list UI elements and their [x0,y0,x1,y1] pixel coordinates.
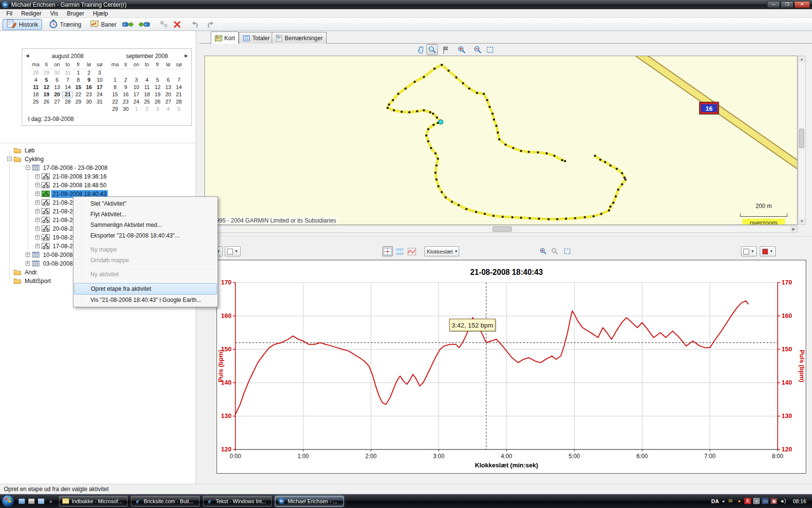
scrollbar-thumb[interactable] [493,226,512,232]
menu-hjaelp[interactable]: Hjælp [88,9,112,18]
tab-bemaerkninger[interactable]: Bemærkninger [272,32,327,44]
calendar-day[interactable]: 1 [110,76,120,84]
calendar-day[interactable]: 30 [52,69,62,76]
crosshair-mode-button[interactable] [382,246,393,256]
calendar-day[interactable]: 21 [62,91,73,98]
menu-rediger[interactable]: Rediger [17,9,46,18]
calendar-day[interactable]: 3 [131,76,142,84]
calendar-day[interactable]: 12 [152,84,163,91]
calendar-day[interactable]: 14 [62,84,73,91]
menu-fil[interactable]: Fil [2,9,17,18]
tree-expander-plus[interactable]: + [26,261,30,266]
taskbar-button[interactable]: tcMichael Erichsen - ... [275,496,344,507]
calendar-day[interactable]: 21 [174,91,184,98]
fit-view-button[interactable] [484,44,496,55]
map-zoom-out-button[interactable] [472,44,483,55]
calendar-day[interactable]: 11 [30,84,41,91]
calendar-day[interactable]: 10 [94,76,105,84]
calendar-day[interactable]: 7 [174,76,184,84]
calendar-day[interactable]: 26 [152,98,163,105]
calendar-day[interactable]: 24 [131,98,142,105]
calendar-day[interactable]: 1 [131,105,142,113]
pan-hand-button[interactable] [416,44,427,55]
traening-button[interactable]: Træning [45,19,85,30]
calendar-day[interactable]: 7 [62,76,73,84]
scroll-up-arrow[interactable]: ▲ [798,56,805,62]
calendar-day[interactable]: 28 [174,98,184,105]
calendar-day[interactable]: 2 [84,69,94,76]
calendar-day[interactable]: 17 [94,84,105,91]
quick-launch-icon[interactable] [18,498,25,504]
scroll-right-arrow[interactable]: ▶ [790,226,797,232]
calendar-day[interactable]: 30 [120,105,131,113]
tree-item[interactable]: +21-08-2008 18:48:50 [0,181,196,190]
calendar-day[interactable]: 18 [30,91,41,98]
tree-item[interactable]: Løb [0,146,196,155]
calendar-day[interactable]: 28 [30,69,41,76]
tray-monitor-alert-icon[interactable]: ▣ [770,498,777,504]
calendar-day[interactable]: 8 [110,84,120,91]
calendar-day[interactable]: 18 [142,91,152,98]
calendar-day[interactable]: 15 [110,91,120,98]
context-menu-item[interactable]: Flyt Aktivitet... [74,209,217,220]
context-menu-item[interactable]: Slet "Aktivitet" [74,198,217,209]
calendar-day[interactable]: 30 [84,98,94,105]
menu-vis[interactable]: Vis [46,9,62,18]
undo-button[interactable] [188,19,201,30]
language-indicator[interactable]: DA [711,498,719,504]
calendar-day[interactable]: 12 [41,84,52,91]
tray-orange-ball-icon[interactable]: ● [736,498,742,504]
calendar-day[interactable]: 13 [52,84,62,91]
calendar-day[interactable]: 22 [73,91,84,98]
receive-from-device-button[interactable] [137,19,151,30]
menu-bruger[interactable]: Bruger [62,9,88,18]
tree-expander-plus[interactable]: + [26,253,30,257]
tree-expander-plus[interactable]: + [35,174,40,179]
tray-expand-chevron[interactable]: ◂ [722,498,724,504]
calendar-day[interactable]: 24 [94,91,105,98]
map-horizontal-scrollbar[interactable]: ◀ ▶ [204,225,798,233]
horizontal-splitter[interactable] [199,237,812,238]
calendar-day[interactable]: 6 [163,76,174,84]
calendar-day[interactable]: 4 [142,76,152,84]
taskbar-button[interactable]: Indbakke - Microsof... [59,496,128,507]
calendar-day[interactable]: 31 [94,98,105,105]
quick-launch-overflow-chevron[interactable]: » [49,498,52,504]
calendar-day[interactable]: 25 [142,98,152,105]
calendar-prev-arrow[interactable]: ◀ [26,53,29,58]
tree-item[interactable]: –17-08-2008 - 23-08-2008 [0,164,196,172]
context-menu-item[interactable]: Eksporter "21-08-2008 18:40:43"... [74,230,217,241]
calendar-day[interactable]: 6 [52,76,62,84]
calendar-day[interactable]: 29 [41,69,52,76]
tab-kort[interactable]: Kort [211,31,239,44]
quick-launch-icon[interactable] [38,498,44,504]
tab-totaler[interactable]: Totaler [239,32,274,44]
tray-monitor-icon[interactable]: ▭ [762,498,768,504]
calendar-day[interactable]: 29 [73,98,84,105]
calendar-day[interactable]: 16 [84,84,94,91]
tree-expander-plus[interactable]: + [35,218,40,222]
tree-expander-minus[interactable]: – [26,165,30,170]
tree-expander-minus[interactable]: – [7,157,12,161]
x-axis-mode-dropdown[interactable]: Klokkeslæt▼ [424,246,459,256]
baner-button[interactable]: Baner [86,19,120,30]
calendar-day[interactable]: 25 [30,98,41,105]
maximize-button[interactable]: ❐ [781,1,794,8]
tree-expander-plus[interactable]: + [35,235,40,239]
taskbar-clock[interactable]: 08:16 [793,498,806,504]
tray-red-k-icon[interactable]: K [744,498,751,504]
calendar-day[interactable]: 20 [163,91,174,98]
context-menu-item[interactable]: Opret etape fra aktivitet [74,283,217,295]
secondary-series-dropdown[interactable]: ▼ [225,246,241,256]
calendar-day[interactable]: 19 [152,91,163,98]
zoom-select-button[interactable] [426,44,438,55]
calendar-day[interactable]: 28 [62,98,73,105]
calendar-day[interactable]: 29 [110,105,120,113]
tree-expander-plus[interactable]: + [35,244,40,248]
calendar-day[interactable]: 9 [84,76,94,84]
start-button[interactable] [1,494,14,508]
close-button[interactable]: ✕ [794,1,810,8]
taskbar-button[interactable]: eBricksite.com - Buil... [131,496,200,507]
quick-launch-icon[interactable] [28,498,35,504]
minimize-button[interactable]: ─ [767,1,780,8]
